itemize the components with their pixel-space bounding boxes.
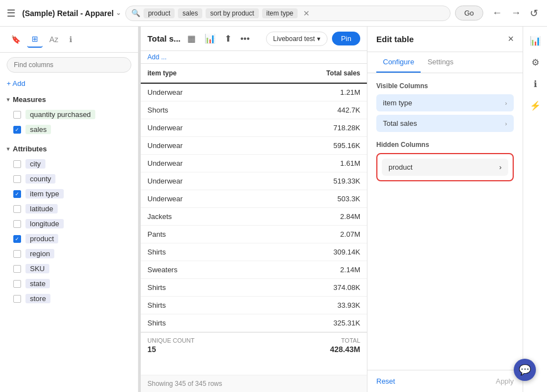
state-label[interactable]: state xyxy=(25,279,50,288)
search-bar[interactable]: 🔍 product sales sort by product item typ… xyxy=(125,6,450,21)
longitude-checkbox[interactable] xyxy=(13,220,21,228)
sidebar-search[interactable] xyxy=(0,53,138,77)
strip-chart-icon[interactable]: 📊 xyxy=(525,31,545,50)
liveboard-label: Liveboard test xyxy=(273,35,315,43)
latitude-label[interactable]: latitude xyxy=(25,204,58,213)
back-button[interactable]: ← xyxy=(490,5,504,21)
more-icon-button[interactable]: ••• xyxy=(238,32,252,46)
quantity-checkbox[interactable] xyxy=(13,111,21,119)
city-label[interactable]: city xyxy=(25,159,45,169)
pin-button[interactable]: Pin xyxy=(332,32,360,45)
itemtype-checkbox[interactable]: ✓ xyxy=(13,190,21,198)
refresh-button[interactable]: ↺ xyxy=(528,5,540,22)
tab-settings[interactable]: Settings xyxy=(421,52,460,73)
list-item-sku: SKU xyxy=(4,261,134,276)
product-checkbox[interactable]: ✓ xyxy=(13,235,21,243)
find-columns-input[interactable] xyxy=(7,57,131,73)
quantity-label[interactable]: quantity purchased xyxy=(25,110,95,119)
cell-itemtype: Underwear xyxy=(141,119,255,137)
cell-totalsales: 2.07M xyxy=(255,226,367,243)
cell-itemtype: Underwear xyxy=(141,155,255,172)
go-button[interactable]: Go xyxy=(455,6,483,21)
hamburger-icon[interactable]: ☰ xyxy=(7,7,16,19)
table-row: Underwear 519.33K xyxy=(141,172,367,190)
longitude-label[interactable]: longitude xyxy=(25,219,64,228)
measures-section-header[interactable]: ▾ Measures xyxy=(4,92,134,107)
col-header-totalsales[interactable]: Total sales xyxy=(255,64,367,83)
hidden-col-chevron-icon: › xyxy=(499,163,502,171)
sidebar-tab-bookmark[interactable]: 🔖 xyxy=(7,32,25,47)
cell-totalsales: 33.93K xyxy=(255,297,367,314)
search-chip-product[interactable]: product xyxy=(144,8,175,18)
title-chevron-icon: ⌄ xyxy=(116,9,121,17)
sales-checkbox[interactable]: ✓ xyxy=(13,126,21,134)
app-title[interactable]: (Sample) Retail - Apparel ⌄ xyxy=(22,9,121,18)
sidebar-tab-info[interactable]: ℹ xyxy=(65,32,76,47)
search-chip-itemtype[interactable]: item type xyxy=(262,8,298,18)
add-row[interactable]: Add ... xyxy=(141,51,367,64)
list-item-latitude: latitude xyxy=(4,201,134,216)
table-row: Shirts 309.14K xyxy=(141,243,367,261)
cell-itemtype: Pants xyxy=(141,226,255,243)
strip-bolt-icon[interactable]: ⚡ xyxy=(525,96,545,115)
cell-itemtype: Shirts xyxy=(141,279,255,297)
search-chip-sales[interactable]: sales xyxy=(178,8,202,18)
cell-totalsales: 1.21M xyxy=(255,83,367,101)
table-row: Underwear 718.28K xyxy=(141,119,367,137)
strip-info-icon[interactable]: ℹ xyxy=(529,74,541,94)
itemtype-label[interactable]: item type xyxy=(25,189,64,198)
tab-configure[interactable]: Configure xyxy=(376,52,421,73)
panel-close-button[interactable]: × xyxy=(508,33,514,45)
region-checkbox[interactable] xyxy=(13,250,21,258)
data-table[interactable]: item type Total sales Underwear 1.21M Sh… xyxy=(141,64,367,375)
forward-button[interactable]: → xyxy=(509,5,523,21)
list-item-sales: ✓ sales xyxy=(4,122,134,137)
search-chip-sort[interactable]: sort by product xyxy=(206,8,258,18)
city-checkbox[interactable] xyxy=(13,160,21,168)
sales-label[interactable]: sales xyxy=(25,125,51,134)
reset-button[interactable]: Reset xyxy=(376,377,395,385)
region-label[interactable]: region xyxy=(25,249,54,258)
sidebar-tab-grid[interactable]: ⊞ xyxy=(27,31,43,48)
unique-count-value: 15 xyxy=(147,345,156,354)
liveboard-button[interactable]: Liveboard test ▾ xyxy=(266,32,328,46)
table-row: Shirts 33.93K xyxy=(141,297,367,314)
store-label[interactable]: store xyxy=(25,294,50,303)
col-header-itemtype[interactable]: item type xyxy=(141,64,255,83)
top-nav: ☰ (Sample) Retail - Apparel ⌄ 🔍 product … xyxy=(0,0,547,27)
cell-itemtype: Shirts xyxy=(141,297,255,314)
table-row: Underwear 1.21M xyxy=(141,83,367,101)
county-label[interactable]: county xyxy=(25,174,55,184)
hidden-col-product[interactable]: product › xyxy=(382,159,508,176)
chart-icon-button[interactable]: 📊 xyxy=(202,31,218,46)
sku-label[interactable]: SKU xyxy=(25,264,49,273)
hidden-columns-box: product › xyxy=(376,153,514,181)
visible-col-itemtype[interactable]: item type › xyxy=(376,94,514,111)
list-item-itemtype: ✓ item type xyxy=(4,186,134,201)
county-checkbox[interactable] xyxy=(13,175,21,183)
hidden-columns-label: Hidden Columns xyxy=(376,141,514,149)
search-clear-icon[interactable]: ✕ xyxy=(303,9,310,18)
sidebar-tab-az[interactable]: Az xyxy=(45,32,63,47)
store-checkbox[interactable] xyxy=(13,295,21,303)
panel-header: Edit table × xyxy=(367,27,523,52)
attributes-section-header[interactable]: ▾ Attributes xyxy=(4,141,134,156)
main-layout: 🔖 ⊞ Az ℹ + Add ▾ Measures quantity purch… xyxy=(0,27,547,392)
table-title: Total s... xyxy=(147,34,181,43)
product-label[interactable]: product xyxy=(25,234,58,243)
table-row: Underwear 595.16K xyxy=(141,137,367,155)
state-checkbox[interactable] xyxy=(13,280,21,288)
add-button[interactable]: + Add xyxy=(7,79,25,88)
chat-bubble[interactable]: 💬 xyxy=(514,359,536,381)
export-icon-button[interactable]: ⬆ xyxy=(222,31,234,46)
table-row: Shorts 442.7K xyxy=(141,101,367,119)
table-icon-button[interactable]: ▦ xyxy=(185,31,198,46)
strip-gear-icon[interactable]: ⚙ xyxy=(527,53,544,72)
table-row: Shirts 325.31K xyxy=(141,314,367,332)
latitude-checkbox[interactable] xyxy=(13,205,21,213)
cell-totalsales: 2.84M xyxy=(255,208,367,226)
cell-totalsales: 519.33K xyxy=(255,172,367,190)
cell-itemtype: Shorts xyxy=(141,101,255,119)
visible-col-totalsales[interactable]: Total sales › xyxy=(376,115,514,132)
sku-checkbox[interactable] xyxy=(13,265,21,273)
